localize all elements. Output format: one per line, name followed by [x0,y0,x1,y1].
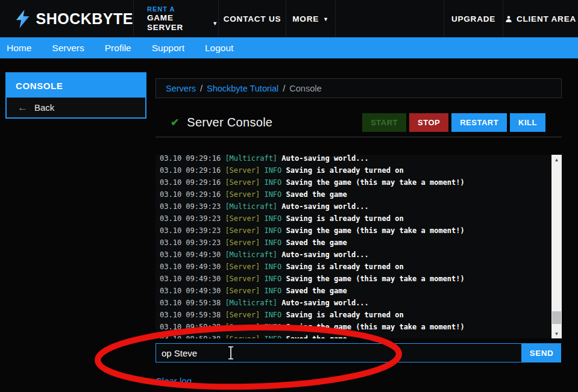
content: Servers / Shockbyte Tutorial / Console ✔… [155,78,562,387]
command-input[interactable] [155,343,522,362]
sidebar: CONSOLE ← Back [5,72,146,119]
console-log-line: 03.10 09:59:38 [Server] INFO Saving the … [160,321,548,333]
lightning-bolt-icon [16,9,30,29]
rent-a-label: RENT A [147,5,175,13]
console-log-line: 03.10 09:29:16 [Server] INFO Saving is a… [160,164,548,176]
console-log-line: 03.10 09:29:16 [Server] INFO Saved the g… [160,188,548,201]
menu-contact-us[interactable]: CONTACT US [219,0,286,37]
console-log-line: 03.10 09:39:23 [Multicraft] Auto-saving … [160,201,548,213]
restart-button[interactable]: RESTART [451,113,507,132]
console-log-lines: 03.10 09:29:16 [Multicraft] Auto-saving … [160,155,548,338]
brand-logo[interactable]: SHOCKBYTE [0,0,134,37]
game-server-label: GAME SERVER [147,13,208,33]
console-log-line: 03.10 09:49:30 [Server] INFO Saved the g… [160,285,548,297]
console-log-line: 03.10 09:29:16 [Multicraft] Auto-saving … [160,155,548,164]
menu-more[interactable]: MORE ▼ [286,0,336,37]
breadcrumb-separator: / [283,84,285,93]
page-title: Server Console [187,116,272,129]
breadcrumb-current: Console [289,84,321,93]
brand-name: SHOCKBYTE [36,10,133,28]
console-log-line: 03.10 09:59:38 [Multicraft] Auto-saving … [160,297,548,309]
page: SHOCKBYTE RENT A GAME SERVER ▼ CONTACT U… [0,0,578,392]
chevron-down-icon: ▼ [212,21,218,26]
chevron-down-icon: ▼ [323,17,329,22]
console-log-line: 03.10 09:39:23 [Server] INFO Saving the … [160,225,548,237]
nav-item-servers[interactable]: Servers [45,43,90,54]
user-icon [505,15,512,23]
nav-item-support[interactable]: Support [145,43,191,54]
header-spacer [336,0,444,37]
start-button[interactable]: START [362,113,406,132]
breadcrumb-link-servers[interactable]: Servers [166,84,196,93]
kill-button[interactable]: KILL [510,113,545,132]
nav-item-logout[interactable]: Logout [198,43,240,54]
back-button[interactable]: ← Back [7,98,145,117]
scroll-down-icon[interactable]: ▼ [551,329,562,338]
console-log-line: 03.10 09:39:23 [Server] INFO Saved the g… [160,237,548,249]
back-arrow-icon: ← [17,102,28,113]
back-label: Back [34,102,54,113]
menu-rent-a-game-server[interactable]: RENT A GAME SERVER ▼ [134,0,219,37]
sidebar-title: CONSOLE [7,73,145,98]
send-button[interactable]: SEND [522,343,561,362]
clear-log-link[interactable]: Clear log [155,376,192,386]
server-control-buttons: START STOP RESTART KILL [362,113,545,132]
console-log-line: 03.10 09:39:23 [Server] INFO Saving is a… [160,213,548,225]
nav-item-profile[interactable]: Profile [98,43,138,54]
nav-item-home[interactable]: Home [0,43,38,54]
menu-upgrade[interactable]: UPGRADE [444,0,503,37]
stop-button[interactable]: STOP [409,113,448,132]
menu-client-area[interactable]: CLIENT AREA [503,0,578,37]
console-log-line: 03.10 09:59:38 [Server] INFO Saved the g… [160,333,548,338]
main-nav: Home Servers Profile Support Logout [0,37,578,58]
console-log-line: 03.10 09:29:16 [Server] INFO Saving the … [160,176,548,188]
breadcrumb: Servers / Shockbyte Tutorial / Console [155,78,562,98]
console-log: 03.10 09:29:16 [Multicraft] Auto-saving … [155,155,562,338]
breadcrumb-separator: / [200,84,203,93]
console-scrollbar[interactable]: ▲ ▼ [551,155,562,338]
top-header: SHOCKBYTE RENT A GAME SERVER ▼ CONTACT U… [0,0,578,37]
console-log-line: 03.10 09:49:30 [Server] INFO Saving is a… [160,261,548,273]
console-log-line: 03.10 09:49:30 [Server] INFO Saving the … [160,273,548,285]
server-online-check-icon: ✔ [171,116,179,129]
heading-row: ✔ Server Console START STOP RESTART KILL [155,113,562,132]
console-log-line: 03.10 09:49:30 [Multicraft] Auto-saving … [160,249,548,261]
scrollbar-thumb[interactable] [552,311,561,324]
scroll-up-icon[interactable]: ▲ [551,155,562,164]
divider [155,137,562,137]
console-log-line: 03.10 09:59:38 [Server] INFO Saving is a… [160,309,548,321]
breadcrumb-link-server-name[interactable]: Shockbyte Tutorial [207,84,278,93]
command-row: SEND [155,343,562,362]
